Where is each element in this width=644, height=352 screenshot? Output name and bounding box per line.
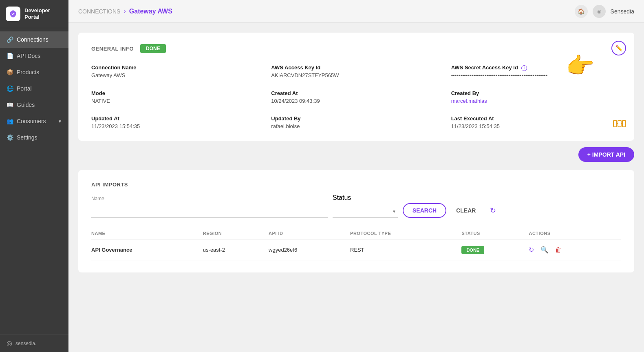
field-mode-label: Mode [91,90,261,96]
table-row: API Governance us-east-2 wgyed26ef6 REST… [91,239,621,261]
api-imports-title: API IMPORTS [91,182,621,188]
products-icon: 📦 [7,69,13,75]
field-updated-at-value: 11/23/2023 15:54:35 [91,123,261,129]
sensedia-footer-icon: ◎ [7,339,12,347]
field-aws-access-key-id: AWS Access Key Id AKIARCVDN27STFYP565W [271,64,441,79]
col-status: STATUS [461,228,529,239]
status-filter-select[interactable]: DONE ERROR PENDING [333,203,398,218]
field-aws-secret-key-value: ••••••••••••••••••••••••••••••••••••••••… [451,73,621,79]
field-aws-access-key-id-label: AWS Access Key Id [271,64,441,71]
data-table: NAME REGION API ID PROTOCOL TYPE STATUS … [91,228,621,261]
api-imports-table: NAME REGION API ID PROTOCOL TYPE STATUS … [91,228,621,261]
field-updated-by-value: rafael.bloise [271,123,441,129]
field-mode-value: NATIVE [91,98,261,104]
field-created-at-label: Created At [271,90,441,96]
col-actions: ACTIONS [529,228,621,239]
col-name: NAME [91,228,203,239]
schema-view-button[interactable] [613,117,626,133]
field-connection-name-value: Gateway AWS [91,72,261,78]
consumers-icon: 👥 [7,118,13,124]
info-icon: i [521,65,527,71]
guides-icon: 📖 [7,102,13,108]
sidebar-logo: Developer Portal [0,0,68,28]
field-aws-access-key-id-value: AKIARCVDN27STFYP565W [271,72,441,78]
name-filter-field: Name [91,196,328,218]
row-name: API Governance [91,239,203,261]
field-created-by-value: marcel.mathias [451,98,621,104]
row-api-id: wgyed26ef6 [269,239,350,261]
general-info-card: GENERAL INFO DONE ✏️ Connection Name Gat… [78,33,634,141]
refresh-button[interactable]: ↻ [485,203,500,218]
row-protocol-type: REST [350,239,461,261]
table-header: NAME REGION API ID PROTOCOL TYPE STATUS … [91,228,621,239]
api-docs-icon: 📄 [7,53,13,59]
sidebar: Developer Portal 🔗 Connections 📄 API Doc… [0,0,68,352]
logo-text: Developer Portal [24,7,50,20]
sidebar-item-products[interactable]: 📦 Products [0,64,68,80]
row-status: DONE [461,239,529,261]
footer-label: sensedia. [15,341,36,346]
col-api-id: API ID [269,228,350,239]
import-api-button[interactable]: + IMPORT API [578,147,634,162]
refresh-action-icon[interactable]: ↻ [529,246,534,254]
status-badge: DONE [461,246,484,254]
status-filter-label: Status [333,194,398,201]
main-content: CONNECTIONS › Gateway AWS 🏠 ◉ Sensedia 👈… [68,0,644,352]
svg-rect-1 [618,120,621,127]
field-updated-by: Updated By rafael.bloise [271,115,441,129]
general-info-label: GENERAL INFO [91,46,134,52]
import-api-row: + IMPORT API [78,147,634,167]
sidebar-item-consumers[interactable]: 👥 Consumers ▼ [0,113,68,129]
field-updated-by-label: Updated By [271,115,441,122]
field-aws-secret-key-label: AWS Secret Access Key Id i [451,64,621,71]
home-button[interactable]: 🏠 [575,5,588,18]
notifications-button[interactable]: ◉ [593,5,606,18]
svg-rect-2 [622,120,626,127]
name-filter-label: Name [91,196,328,201]
field-last-executed-at-label: Last Executed At [451,115,621,122]
field-created-by-label: Created By [451,90,621,96]
edit-button[interactable]: ✏️ [611,41,626,55]
sidebar-footer: ◎ sensedia. [0,334,68,352]
page-content: 👈 GENERAL INFO DONE ✏️ Connection Name G… [68,23,644,352]
field-last-executed-at: Last Executed At 11/23/2023 15:54:35 [451,115,621,129]
field-connection-name-label: Connection Name [91,64,261,71]
general-info-header: GENERAL INFO DONE [91,44,621,53]
sidebar-item-guides[interactable]: 📖 Guides [0,97,68,113]
field-updated-at: Updated At 11/23/2023 15:54:35 [91,115,261,129]
svg-rect-0 [613,120,617,127]
name-filter-input[interactable] [91,203,328,218]
general-info-status-badge: DONE [140,44,166,53]
field-created-by: Created By marcel.mathias [451,90,621,104]
clear-button[interactable]: CLEAR [451,203,481,218]
action-icons: ↻ 🔍 🗑 [529,246,616,254]
portal-icon: 🌐 [7,85,13,92]
delete-action-icon[interactable]: 🗑 [555,246,562,254]
field-connection-name: Connection Name Gateway AWS [91,64,261,79]
sidebar-item-portal[interactable]: 🌐 Portal [0,80,68,97]
field-updated-at-label: Updated At [91,115,261,122]
view-action-icon[interactable]: 🔍 [540,246,549,254]
filter-row: Name Status DONE ERROR PENDING ▼ SEARCH … [91,194,621,218]
settings-icon: ⚙️ [7,134,13,141]
breadcrumb-separator: › [124,8,126,15]
sidebar-item-connections[interactable]: 🔗 Connections [0,31,68,48]
search-button[interactable]: SEARCH [403,203,446,218]
sidebar-item-settings[interactable]: ⚙️ Settings [0,129,68,146]
col-region: REGION [203,228,269,239]
breadcrumb: CONNECTIONS › Gateway AWS [78,8,571,15]
api-imports-card: API IMPORTS Name Status DONE ERROR PENDI… [78,170,634,272]
row-actions: ↻ 🔍 🗑 [529,239,621,261]
sidebar-item-api-docs[interactable]: 📄 API Docs [0,48,68,64]
field-created-at: Created At 10/24/2023 09:43:39 [271,90,441,104]
row-region: us-east-2 [203,239,269,261]
status-filter-field: Status DONE ERROR PENDING ▼ [333,194,398,218]
breadcrumb-parent: CONNECTIONS [78,8,120,15]
sidebar-navigation: 🔗 Connections 📄 API Docs 📦 Products 🌐 Po… [0,28,68,334]
field-mode: Mode NATIVE [91,90,261,104]
table-body: API Governance us-east-2 wgyed26ef6 REST… [91,239,621,261]
topbar-actions: 🏠 ◉ Sensedia [575,5,634,18]
logo-icon [6,7,20,21]
connections-icon: 🔗 [7,36,13,43]
topbar: CONNECTIONS › Gateway AWS 🏠 ◉ Sensedia [68,0,644,23]
